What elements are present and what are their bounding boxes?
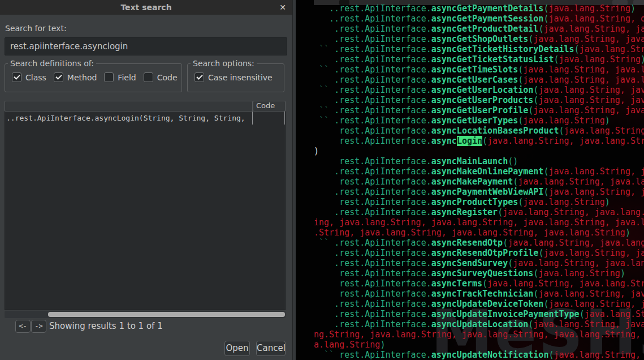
code-segment: asyncProductTypes (431, 197, 518, 207)
code-segment: ng.String, java.lang.String, java.lang.S… (314, 329, 644, 340)
code-line: `` rest.ApiInterface.asyncUpdateNotifica… (314, 350, 644, 360)
code-segment: asyncGetShopOutlets (431, 34, 529, 44)
code-line: .rest.ApiInterface.asyncUpdateInvoicePay… (314, 309, 644, 319)
checked-checkbox-icon[interactable] (54, 72, 63, 82)
code-segment: ( (498, 207, 503, 217)
code-segment: java.lang.String (548, 3, 630, 14)
code-segment: .rest.ApiInterface. (314, 319, 431, 329)
code-segment: ) (625, 228, 630, 238)
code-segment: .rest.ApiInterface. (314, 187, 431, 197)
checkbox-field[interactable]: Field (104, 72, 136, 82)
code-segment: java.lang.String, j (548, 187, 644, 197)
code-line: rest.ApiInterface.asyncTerms(java.lang.S… (314, 278, 644, 289)
dialog-titlebar: Text search ✕ (0, 0, 292, 15)
code-segment: ( (528, 319, 533, 329)
code-segment: java.lang.String, java.lang. (503, 207, 644, 217)
code-segment: asyncGetTimeSlots (431, 65, 518, 75)
code-segment: asyncGetPaymentSession (431, 14, 544, 24)
code-segment: ( (482, 278, 487, 289)
checked-checkbox-icon[interactable] (195, 72, 204, 82)
code-segment: asyncSurveyQuestions (431, 268, 534, 278)
code-line: ..rest.ApiInterface.asyncGetPaymentSessi… (314, 14, 644, 24)
code-segment: ( (518, 197, 523, 207)
options-checkbox-row: Case insensitive (195, 72, 280, 82)
table-grid-line (284, 112, 285, 125)
code-segment: ) (314, 146, 319, 156)
code-line: ) (314, 146, 644, 156)
search-definitions-group-title: Search definitions of: (8, 59, 96, 68)
code-segment: .rest.ApiInterface. (314, 258, 431, 268)
unchecked-checkbox-icon[interactable] (104, 72, 114, 82)
code-segment: .rest.ApiInterface. (314, 248, 431, 258)
code-segment: rest.ApiInterface. (334, 350, 431, 360)
code-segment: .rest.ApiInterface. (314, 24, 431, 34)
open-button[interactable]: Open (224, 341, 250, 356)
code-segment: () (508, 156, 518, 166)
code-segment: java.lang.String, (554, 350, 641, 360)
code-segment: ..rest.ApiInterface. (314, 14, 431, 24)
code-segment: ( (518, 75, 523, 85)
code-segment: .rest.ApiInterface. (334, 105, 431, 115)
code-segment: java.lang.String, java.lang (508, 238, 644, 248)
code-segment: asyncGetTicketHistoryDetails (431, 44, 574, 54)
cancel-button[interactable]: Cancel (256, 341, 286, 356)
code-segment: ( (518, 65, 523, 75)
code-line: a.lang.String) (314, 340, 644, 350)
code-line: rest.ApiInterface.asyncProductTypes(java… (314, 197, 644, 207)
code-segment: a.lang.String (314, 340, 380, 350)
results-column-code-header[interactable]: Code (253, 101, 286, 112)
code-segment: asyncGetProductDetail (431, 24, 539, 34)
code-line: ng.String, java.lang.String, java.lang.S… (314, 329, 644, 340)
results-column-node-header[interactable] (5, 101, 253, 112)
checkbox-code[interactable]: Code (144, 72, 178, 82)
code-segment: asyncGetUserTypes (431, 115, 518, 126)
code-segment: .rest.ApiInterface. (334, 85, 431, 95)
code-line: `` .rest.ApiInterface.asyncGetUserLocati… (314, 85, 644, 95)
code-segment: java.lang.St (585, 309, 644, 319)
previous-results-button[interactable]: <- (15, 320, 31, 333)
code-segment: .rest.ApiInterface. (314, 54, 431, 65)
code-segment: asyncGetUserProfile (431, 105, 529, 115)
code-segment: ( (580, 309, 585, 319)
search-for-text-label: Search for text: (5, 24, 67, 33)
code-segment: `` (314, 238, 334, 248)
code-segment: asyncTrackTechnician (431, 289, 534, 299)
code-segment: java.lang.String, jav (538, 95, 644, 105)
code-segment: java.lang.String, java (533, 34, 644, 44)
code-segment: ( (513, 177, 518, 187)
scrollbar-thumb[interactable] (48, 312, 285, 317)
code-line: .rest.ApiInterface.asyncGetShopOutlets(j… (314, 34, 644, 44)
code-segment: ( (528, 34, 533, 44)
code-segment: asyncGetPaymentDetails (431, 3, 544, 14)
code-segment: .rest.ApiInterface. (334, 115, 431, 126)
code-segment: asyncMainLaunch (431, 156, 508, 166)
code-line: rest.ApiInterface.asyncTrackTechnician(j… (314, 289, 644, 299)
code-segment: .rest.ApiInterface. (314, 309, 431, 319)
unchecked-checkbox-icon[interactable] (144, 72, 153, 82)
code-segment: asyncTerms (431, 278, 482, 289)
checkbox-case-insensitive[interactable]: Case insensitive (195, 72, 273, 82)
search-input[interactable] (5, 37, 287, 55)
checkbox-label: Case insensitive (208, 73, 273, 82)
code-segment: asyncUpdateNotification (431, 350, 549, 360)
checkbox-method[interactable]: Method (54, 72, 97, 82)
checked-checkbox-icon[interactable] (12, 72, 21, 82)
code-segment: asyncLocationBasesProduct (431, 126, 559, 136)
code-line: .rest.ApiInterface.asyncResendOtpProfile… (314, 248, 644, 258)
code-segment: asyncSendSurvey (431, 258, 508, 268)
close-icon[interactable]: ✕ (279, 0, 286, 15)
next-results-button[interactable]: -> (31, 320, 46, 333)
code-line: rest.ApiInterface.asyncMakePayment(java.… (314, 177, 644, 187)
code-segment: asyncGetTicketStatusList (431, 54, 554, 65)
code-segment: ( (554, 54, 559, 65)
code-segment: asyncUpdateLocation (431, 319, 529, 329)
results-horizontal-scrollbar[interactable] (5, 311, 286, 318)
code-line: rest.ApiInterface.asyncMainLaunch() (314, 156, 644, 166)
code-segment: asyncRegister (431, 207, 498, 217)
code-segment: .rest.ApiInterface. (334, 65, 431, 75)
checkbox-class[interactable]: Class (12, 72, 46, 82)
code-segment: java.lang.String, jav (538, 85, 644, 95)
code-segment: rest.ApiInterface. (314, 268, 431, 278)
code-segment: java.lang.String, java.lang.Str (487, 136, 644, 146)
search-result-row[interactable]: ..rest.ApiInterface.asyncLogin(String, S… (5, 112, 285, 125)
